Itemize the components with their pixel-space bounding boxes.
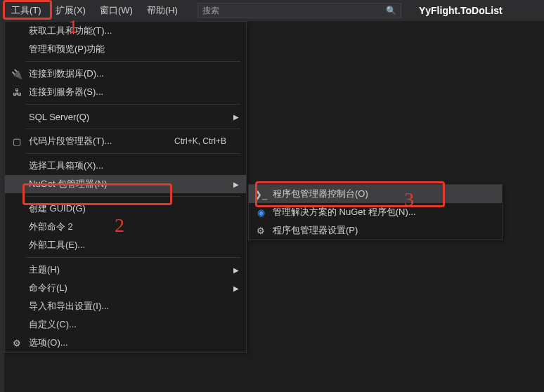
menu-label: 主题(H) bbox=[25, 263, 231, 276]
chevron-right-icon: ▶ bbox=[231, 266, 239, 274]
submenu-item-console[interactable]: ❯_ 程序包管理器控制台(O) bbox=[249, 185, 502, 203]
menubar: 工具(T) 扩展(X) 窗口(W) 帮助(H) 搜索 🔍 YyFlight.To… bbox=[0, 0, 544, 21]
menu-help[interactable]: 帮助(H) bbox=[140, 1, 185, 20]
menu-separator bbox=[26, 104, 240, 105]
menu-extensions[interactable]: 扩展(X) bbox=[48, 1, 93, 20]
menu-label: 选择工具箱项(X)... bbox=[25, 159, 231, 172]
menu-label: 连接到服务器(S)... bbox=[25, 86, 231, 98]
submenu-item-manage-solution[interactable]: ◉ 管理解决方案的 NuGet 程序包(N)... bbox=[249, 203, 502, 221]
menu-label: NuGet 包管理器(N) bbox=[25, 178, 231, 190]
server-icon: 🖧 bbox=[9, 87, 25, 98]
menu-item-external-cmd2[interactable]: 外部命令 2 bbox=[5, 218, 246, 236]
nuget-icon: ◉ bbox=[253, 207, 268, 218]
search-placeholder: 搜索 bbox=[202, 5, 386, 17]
console-icon: ❯_ bbox=[253, 189, 268, 200]
snippet-icon: ▢ bbox=[9, 136, 25, 147]
menu-label: 创建 GUID(G) bbox=[25, 202, 231, 215]
submenu-item-settings[interactable]: ⚙ 程序包管理器设置(P) bbox=[249, 221, 502, 240]
menu-item-customize[interactable]: 自定义(C)... bbox=[5, 315, 246, 334]
search-icon: 🔍 bbox=[386, 6, 396, 15]
menu-window[interactable]: 窗口(W) bbox=[93, 1, 140, 20]
menu-tools[interactable]: 工具(T) bbox=[4, 1, 48, 20]
menu-label: 管理和预览(P)功能 bbox=[25, 43, 231, 55]
menu-label: 自定义(C)... bbox=[25, 318, 231, 331]
database-icon: 🔌 bbox=[9, 69, 25, 79]
menu-item-connect-db[interactable]: 🔌 连接到数据库(D)... bbox=[5, 65, 246, 83]
menu-item-nuget[interactable]: NuGet 包管理器(N) ▶ bbox=[5, 175, 246, 193]
menu-item-snippet-manager[interactable]: ▢ 代码片段管理器(T)... Ctrl+K, Ctrl+B bbox=[5, 132, 246, 150]
project-name: YyFlight.ToDoList bbox=[419, 5, 503, 16]
menu-shortcut: Ctrl+K, Ctrl+B bbox=[174, 136, 231, 146]
menu-item-import-export[interactable]: 导入和导出设置(I)... bbox=[5, 297, 246, 315]
gear-icon: ⚙ bbox=[253, 226, 268, 236]
menu-item-create-guid[interactable]: 创建 GUID(G) bbox=[5, 200, 246, 218]
menu-separator bbox=[26, 257, 240, 258]
menu-item-get-tools[interactable]: 获取工具和功能(T)... bbox=[5, 22, 246, 40]
menu-item-theme[interactable]: 主题(H) ▶ bbox=[5, 261, 246, 279]
menu-label: 导入和导出设置(I)... bbox=[25, 300, 231, 313]
menu-separator bbox=[26, 61, 240, 62]
menu-label: SQL Server(Q) bbox=[25, 112, 231, 122]
menu-item-choose-toolbox[interactable]: 选择工具箱项(X)... bbox=[5, 157, 246, 175]
menu-item-external-tools[interactable]: 外部工具(E)... bbox=[5, 236, 246, 254]
chevron-right-icon: ▶ bbox=[231, 113, 239, 121]
menu-label: 代码片段管理器(T)... bbox=[25, 135, 174, 148]
menu-label: 获取工具和功能(T)... bbox=[25, 25, 231, 37]
menu-label: 管理解决方案的 NuGet 程序包(N)... bbox=[268, 206, 495, 218]
chevron-right-icon: ▶ bbox=[231, 181, 239, 188]
gear-icon: ⚙ bbox=[9, 338, 25, 348]
menu-separator bbox=[26, 129, 240, 129]
tools-dropdown: 获取工具和功能(T)... 管理和预览(P)功能 🔌 连接到数据库(D)... … bbox=[4, 21, 247, 353]
menu-item-options[interactable]: ⚙ 选项(O)... bbox=[5, 334, 246, 352]
search-input[interactable]: 搜索 🔍 bbox=[197, 3, 401, 18]
menu-item-connect-server[interactable]: 🖧 连接到服务器(S)... bbox=[5, 83, 246, 101]
menu-label: 外部工具(E)... bbox=[25, 239, 231, 251]
menu-label: 程序包管理器设置(P) bbox=[268, 224, 495, 237]
menu-label: 命令行(L) bbox=[25, 282, 231, 294]
menu-separator bbox=[26, 153, 240, 154]
chevron-right-icon: ▶ bbox=[231, 285, 239, 292]
menu-label: 外部命令 2 bbox=[25, 221, 231, 233]
menu-label: 选项(O)... bbox=[25, 337, 231, 349]
nuget-submenu: ❯_ 程序包管理器控制台(O) ◉ 管理解决方案的 NuGet 程序包(N)..… bbox=[248, 184, 503, 240]
menu-separator bbox=[26, 196, 240, 197]
menu-item-sql-server[interactable]: SQL Server(Q) ▶ bbox=[5, 107, 246, 126]
menu-label: 连接到数据库(D)... bbox=[25, 67, 231, 80]
menu-item-manage-preview[interactable]: 管理和预览(P)功能 bbox=[5, 40, 246, 58]
menu-label: 程序包管理器控制台(O) bbox=[268, 188, 495, 200]
menu-item-command-line[interactable]: 命令行(L) ▶ bbox=[5, 279, 246, 297]
